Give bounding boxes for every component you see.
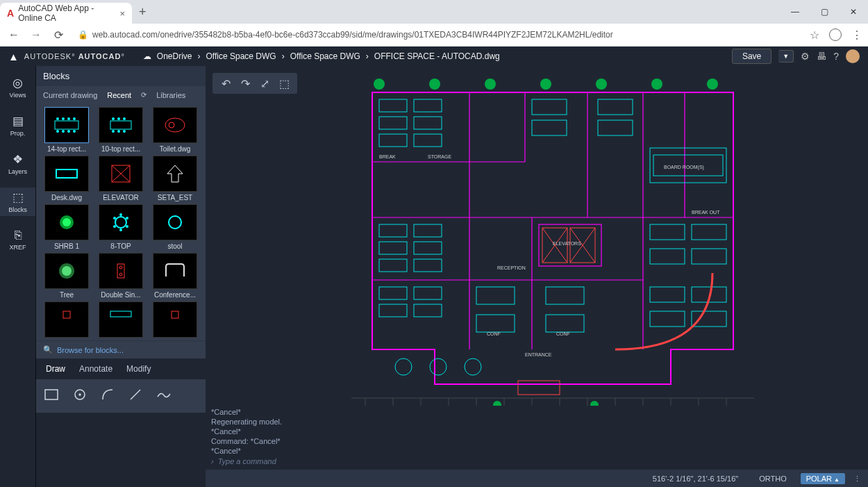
breadcrumb-item[interactable]: OneDrive [157, 51, 192, 61]
block-item[interactable]: Conference... [150, 253, 200, 299]
panel-tabs: Current drawing Recent ⟳ Libraries [36, 86, 206, 104]
svg-rect-71 [598, 120, 633, 135]
draw-toolbar [36, 379, 206, 413]
canvas-toolbar: ↶ ↷ ⤢ ⬚ [212, 73, 297, 94]
rectangle-tool[interactable] [44, 389, 58, 403]
svg-rect-63 [414, 99, 442, 112]
save-dropdown[interactable]: ▼ [778, 50, 794, 63]
tab-current-drawing[interactable]: Current drawing [43, 91, 97, 99]
block-item[interactable]: Desk.dwg [42, 156, 92, 201]
zoom-window-button[interactable]: ⬚ [275, 76, 293, 91]
back-button[interactable]: ← [6, 28, 22, 41]
tab-annotate[interactable]: Annotate [79, 364, 112, 374]
menu-icon[interactable]: ⋮ [851, 28, 862, 42]
svg-rect-91 [650, 224, 685, 240]
arc-tool[interactable] [101, 388, 114, 404]
help-icon[interactable]: ? [833, 51, 839, 62]
block-item[interactable]: Double Sin... [96, 253, 146, 299]
maximize-button[interactable]: ▢ [810, 1, 839, 23]
svg-point-33 [62, 266, 72, 276]
block-item[interactable]: SHRB 1 [42, 204, 92, 250]
svg-rect-38 [110, 311, 131, 317]
rail-blocks[interactable]: ⬚Blocks [0, 188, 35, 216]
minimize-button[interactable]: — [781, 1, 810, 23]
block-item[interactable] [42, 302, 92, 338]
redo-button[interactable]: ↷ [236, 76, 254, 91]
block-item[interactable]: SETA_EST [150, 156, 200, 201]
tab-draw[interactable]: Draw [46, 364, 65, 374]
browser-tab[interactable]: A AutoCAD Web App - Online CA × [0, 3, 132, 24]
svg-text:ENTRANCE: ENTRANCE [525, 352, 552, 357]
block-item[interactable]: 14-top rect... [42, 107, 92, 153]
svg-text:CONF: CONF [487, 331, 501, 336]
close-window-button[interactable]: ✕ [839, 1, 868, 23]
zoom-extents-button[interactable]: ⤢ [256, 76, 274, 91]
block-item[interactable]: Toilet.dwg [150, 107, 200, 153]
svg-point-17 [169, 122, 174, 128]
block-item[interactable] [96, 302, 146, 338]
svg-rect-87 [546, 315, 584, 332]
tab-libraries[interactable]: Libraries [156, 91, 185, 99]
svg-text:ELEVATORS: ELEVATORS [553, 241, 581, 246]
svg-rect-97 [650, 311, 685, 327]
refresh-icon[interactable]: ⟳ [141, 91, 147, 99]
rail-properties[interactable]: ▤Prop. [0, 111, 35, 140]
status-menu-icon[interactable]: ⋮ [853, 474, 861, 484]
url-field[interactable]: 🔒 web.autocad.com/onedrive/355482b8-b5ba… [72, 30, 804, 40]
close-tab-icon[interactable]: × [119, 8, 125, 19]
svg-rect-40 [45, 390, 58, 399]
line-tool[interactable] [129, 388, 142, 404]
save-button[interactable]: Save [732, 49, 771, 64]
svg-rect-82 [379, 304, 407, 317]
tab-modify[interactable]: Modify [126, 364, 151, 374]
svg-point-14 [117, 130, 120, 133]
svg-point-31 [169, 216, 181, 229]
rail-views[interactable]: ◎Views [0, 73, 35, 101]
svg-rect-68 [532, 99, 567, 115]
rail-layers[interactable]: ❖Layers [0, 149, 35, 178]
block-item[interactable]: 10-top rect... [96, 107, 146, 153]
app-header: ▲ AUTODESK° AUTOCAD° ☁ OneDrive › Office… [0, 47, 868, 66]
block-item[interactable]: stool [150, 204, 200, 250]
tab-recent[interactable]: Recent [107, 91, 131, 99]
block-item[interactable]: Tree [42, 253, 92, 299]
forward-button[interactable]: → [28, 28, 44, 41]
undo-button[interactable]: ↶ [217, 76, 235, 91]
svg-point-45 [429, 79, 440, 90]
avatar[interactable] [846, 49, 860, 63]
profile-icon[interactable] [829, 28, 842, 41]
polar-toggle[interactable]: POLAR ▲ [801, 473, 845, 484]
svg-rect-65 [414, 117, 442, 129]
layers-icon: ❖ [12, 152, 23, 167]
svg-rect-66 [379, 134, 407, 147]
block-item[interactable] [150, 302, 200, 338]
command-input[interactable]: › Type a command [211, 457, 862, 465]
svg-point-10 [112, 117, 115, 120]
breadcrumb-item[interactable]: Office Space DWG [206, 51, 276, 61]
polyline-tool[interactable] [157, 390, 171, 402]
svg-rect-77 [414, 242, 442, 254]
blocks-icon: ⬚ [12, 190, 24, 205]
gear-icon[interactable]: ⚙ [801, 51, 810, 62]
svg-point-50 [707, 79, 718, 90]
svg-rect-67 [414, 134, 442, 147]
svg-rect-94 [692, 249, 726, 264]
rail-xref[interactable]: ⎘XREF [0, 226, 35, 254]
main-layout: ◎Views ▤Prop. ❖Layers ⬚Blocks ⎘XREF Bloc… [0, 66, 868, 487]
block-item[interactable]: ELEVATOR [96, 156, 146, 201]
properties-icon: ▤ [12, 114, 24, 129]
ortho-toggle[interactable]: ORTHO [753, 473, 792, 484]
block-item[interactable]: 8-TOP [96, 204, 146, 250]
circle-tool[interactable] [74, 388, 86, 404]
reload-button[interactable]: ⟳ [50, 28, 67, 42]
new-tab-button[interactable]: + [132, 5, 153, 19]
breadcrumb-item[interactable]: Office Space DWG [290, 51, 360, 61]
chevron-right-icon: › [282, 51, 285, 61]
svg-rect-64 [379, 117, 407, 129]
star-icon[interactable]: ☆ [810, 28, 819, 42]
svg-point-6 [62, 130, 65, 133]
browse-blocks-link[interactable]: 🔍 Browse for blocks... [36, 340, 206, 358]
print-icon[interactable]: 🖶 [817, 51, 826, 62]
svg-point-4 [73, 117, 76, 120]
breadcrumb-item[interactable]: OFFICE SPACE - AUTOCAD.dwg [374, 51, 500, 61]
